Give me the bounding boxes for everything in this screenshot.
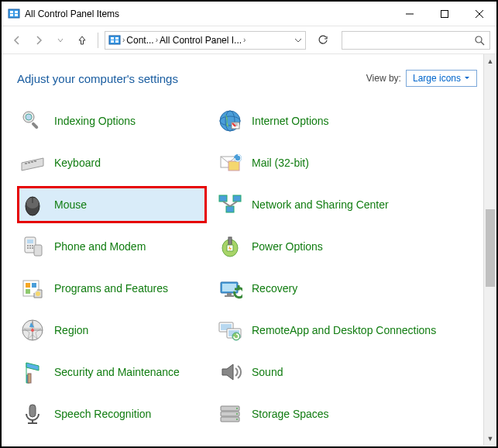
item-remoteapp[interactable]: RemoteApp and Desktop Connections: [215, 312, 477, 349]
svg-rect-10: [111, 37, 114, 40]
item-sound[interactable]: Sound: [215, 353, 477, 391]
item-label: Indexing Options: [54, 115, 136, 128]
main-panel: Adjust your computer's settings View by:…: [2, 54, 483, 445]
sync-icon: [20, 443, 45, 445]
chevron-icon: ›: [156, 36, 158, 44]
refresh-button[interactable]: [314, 31, 332, 50]
item-mail[interactable]: Mail (32-bit): [215, 144, 477, 181]
nav-bar: › Cont... › All Control Panel I... ›: [2, 26, 496, 54]
mail-icon: [218, 150, 242, 175]
item-label: Phone and Modem: [54, 240, 146, 253]
chevron-icon: ›: [243, 36, 246, 44]
svg-rect-11: [115, 37, 118, 40]
svg-rect-13: [115, 40, 118, 43]
breadcrumb-seg2[interactable]: All Control Panel I...: [160, 35, 242, 46]
title-bar: All Control Panel Items: [2, 2, 496, 26]
item-recovery[interactable]: Recovery: [215, 270, 477, 307]
speech-icon: [20, 401, 45, 426]
item-label: Mail (32-bit): [252, 157, 309, 170]
item-speech[interactable]: Speech Recognition: [17, 395, 207, 432]
item-label: Internet Options: [252, 115, 329, 128]
item-sync[interactable]: Sync Center: [17, 437, 207, 445]
search-input[interactable]: [347, 35, 474, 46]
svg-rect-2: [15, 11, 18, 13]
address-bar[interactable]: › Cont... › All Control Panel I... ›: [105, 31, 306, 50]
item-storage[interactable]: Storage Spaces: [215, 395, 477, 432]
phone-icon: [20, 234, 45, 259]
nav-separator: [98, 33, 98, 48]
svg-line-15: [481, 42, 484, 45]
keyboard-icon: [20, 150, 45, 175]
svg-rect-12: [111, 40, 114, 43]
storage-icon: [218, 401, 242, 426]
item-indexing[interactable]: Indexing Options: [17, 102, 207, 140]
item-mouse[interactable]: Mouse: [17, 186, 207, 223]
item-label: Region: [54, 324, 88, 337]
item-network[interactable]: Network and Sharing Center: [215, 186, 477, 223]
window-title: All Control Panel Items: [25, 9, 392, 19]
breadcrumb-seg1[interactable]: Cont...: [126, 35, 153, 46]
svg-rect-6: [441, 10, 448, 17]
svg-rect-3: [10, 14, 13, 16]
chevron-icon: ›: [122, 36, 125, 44]
viewby-label: View by:: [366, 73, 401, 84]
indexing-icon: [20, 109, 45, 133]
item-label: Keyboard: [54, 157, 101, 170]
item-programs[interactable]: Programs and Features: [17, 270, 207, 307]
svg-point-14: [476, 36, 482, 43]
back-button[interactable]: [8, 31, 26, 50]
viewby-dropdown[interactable]: Large icons: [406, 70, 477, 87]
vertical-scrollbar[interactable]: ▲ ▼: [483, 54, 496, 445]
recent-dropdown[interactable]: [51, 31, 70, 50]
viewby-value: Large icons: [413, 73, 461, 84]
svg-rect-1: [10, 11, 13, 13]
search-icon[interactable]: [474, 35, 485, 46]
item-internet[interactable]: Internet Options: [215, 102, 477, 140]
item-label: Network and Sharing Center: [252, 198, 389, 212]
item-phone[interactable]: Phone and Modem: [17, 228, 207, 265]
item-label: Storage Spaces: [252, 408, 329, 421]
sound-icon: [218, 360, 242, 384]
forward-button[interactable]: [29, 31, 48, 50]
header-row: Adjust your computer's settings View by:…: [17, 70, 477, 87]
page-title: Adjust your computer's settings: [17, 72, 366, 85]
chevron-down-icon: [464, 75, 470, 81]
scroll-thumb[interactable]: [486, 209, 495, 287]
item-label: Recovery: [252, 282, 297, 295]
network-icon: [218, 192, 242, 217]
items-grid: Indexing OptionsInternet OptionsKeyboard…: [17, 102, 477, 445]
item-label: Power Options: [252, 240, 323, 253]
svg-rect-4: [15, 14, 18, 16]
item-label: Sound: [252, 366, 283, 379]
item-region[interactable]: Region: [17, 312, 207, 349]
scroll-up-button[interactable]: ▲: [484, 54, 496, 67]
item-label: Security and Maintenance: [54, 366, 180, 379]
region-icon: [20, 318, 45, 343]
window-controls: [392, 2, 496, 26]
svg-rect-0: [9, 9, 19, 18]
scroll-down-button[interactable]: ▼: [484, 432, 496, 445]
item-keyboard[interactable]: Keyboard: [17, 144, 207, 181]
item-label: Speech Recognition: [54, 408, 151, 421]
power-icon: [218, 234, 242, 259]
up-button[interactable]: [73, 31, 91, 50]
item-label: Programs and Features: [54, 282, 168, 295]
internet-icon: [218, 109, 242, 133]
chevron-down-icon[interactable]: [294, 36, 302, 44]
content-area: Adjust your computer's settings View by:…: [2, 54, 496, 445]
item-system[interactable]: System: [215, 437, 477, 445]
programs-icon: [20, 276, 45, 301]
search-box[interactable]: [342, 31, 490, 50]
minimize-button[interactable]: [392, 2, 427, 26]
security-icon: [20, 360, 45, 384]
item-power[interactable]: Power Options: [215, 228, 477, 265]
close-button[interactable]: [462, 2, 496, 26]
item-label: RemoteApp and Desktop Connections: [252, 324, 436, 337]
breadcrumb-icon: [108, 34, 121, 47]
mouse-icon: [20, 192, 45, 217]
remoteapp-icon: [218, 318, 242, 343]
maximize-button[interactable]: [427, 2, 462, 26]
app-icon: [8, 8, 20, 20]
svg-rect-9: [109, 36, 120, 44]
item-security[interactable]: Security and Maintenance: [17, 353, 207, 391]
